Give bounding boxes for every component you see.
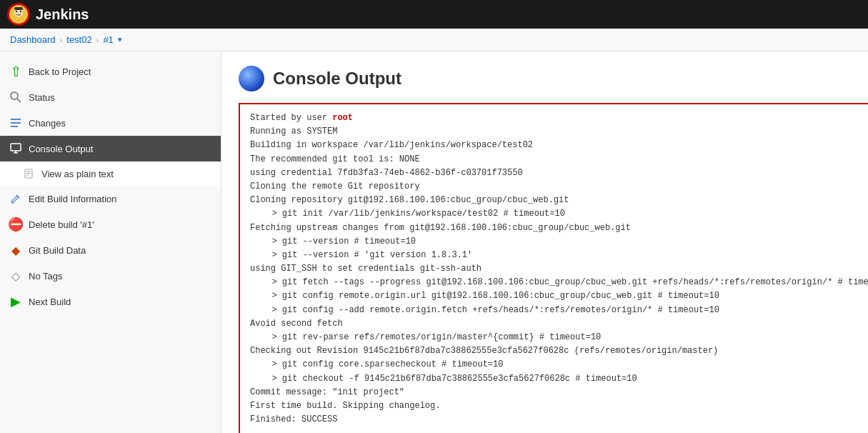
sidebar-label-next-build: Next Build [29, 297, 71, 307]
console-line: > git config core.sparsecheckout # timeo… [250, 358, 868, 372]
delete-icon: ⛔ [9, 217, 23, 232]
changes-icon [9, 116, 23, 130]
doc-icon [21, 166, 36, 181]
console-line: > git rev-parse refs/remotes/origin/mast… [250, 331, 868, 344]
sidebar-label-git-build-data: Git Build Data [29, 245, 86, 256]
page-title: Console Output [273, 69, 401, 89]
edit-icon [9, 191, 23, 206]
svg-line-6 [17, 99, 21, 102]
sidebar-label-edit-build: Edit Build Information [29, 194, 117, 204]
console-output-box: Started by user rootRunning as SYSTEMBui… [239, 103, 868, 433]
sidebar-item-next-build[interactable]: ▶ Next Build [0, 289, 221, 314]
console-highlight: root [332, 113, 353, 123]
app-title: Jenkins [36, 6, 89, 23]
console-line: > git --version # timeout=10 [250, 235, 868, 249]
breadcrumb: Dashboard › test02 › #1 ▾ [0, 29, 868, 51]
sidebar-label-no-tags: No Tags [29, 271, 62, 282]
console-line: > git init /var/lib/jenkins/workspace/te… [250, 207, 868, 221]
svg-rect-10 [11, 144, 21, 151]
sidebar-item-edit-build[interactable]: Edit Build Information [0, 186, 221, 211]
sidebar-label-status: Status [29, 92, 55, 103]
monitor-icon [9, 141, 23, 156]
svg-point-5 [11, 92, 18, 99]
search-icon [9, 90, 23, 104]
breadcrumb-sep-2: › [96, 36, 99, 44]
console-line: Running as SYSTEM [250, 125, 868, 139]
console-line: Cloning repository git@192.168.100.106:c… [250, 194, 868, 207]
jenkins-logo [7, 3, 30, 26]
console-line: First time build. Skipping changelog. [250, 399, 868, 413]
console-line: Commit message: "init project" [250, 386, 868, 399]
sidebar-item-console-output[interactable]: Console Output [0, 136, 221, 161]
console-line: Building in workspace /var/lib/jenkins/w… [250, 139, 868, 152]
page-title-section: Console Output [239, 66, 868, 91]
breadcrumb-dashboard[interactable]: Dashboard [10, 34, 56, 45]
console-line: > git --version # 'git version 1.8.3.1' [250, 249, 868, 262]
breadcrumb-sep-1: › [60, 36, 63, 44]
console-line: > git checkout -f 9145c21b6f87dba7c38862… [250, 372, 868, 386]
console-line: The recommended git tool is: NONE [250, 153, 868, 166]
sidebar-item-delete-build[interactable]: ⛔ Delete build '#1' [0, 211, 221, 237]
sidebar-item-git-build-data[interactable]: ◆ Git Build Data [0, 237, 221, 263]
console-line: using credential 7fdb3fa3-74eb-4862-b36f… [250, 166, 868, 180]
sidebar-label-delete-build: Delete build '#1' [29, 219, 94, 230]
main-layout: ⇧ Back to Project Status Changes Console… [0, 51, 868, 433]
console-line: > git config remote.origin.url git@192.1… [250, 289, 868, 303]
sidebar-item-no-tags[interactable]: ◇ No Tags [0, 263, 221, 289]
next-icon: ▶ [9, 294, 23, 309]
console-line: using GIT_SSH to set credentials git-ssh… [250, 262, 868, 276]
sidebar-label-view-plain-text: View as plain text [41, 169, 114, 179]
console-line: Started by user root [250, 111, 868, 125]
console-line: Finished: SUCCESS [250, 413, 868, 427]
header: Jenkins [0, 0, 868, 29]
breadcrumb-build[interactable]: #1 [103, 34, 113, 45]
svg-point-2 [16, 11, 17, 12]
console-line: > git config --add remote.origin.fetch +… [250, 304, 868, 317]
breadcrumb-test02[interactable]: test02 [66, 34, 91, 45]
svg-rect-7 [11, 119, 21, 120]
svg-rect-8 [11, 122, 21, 124]
sidebar-item-back-to-project[interactable]: ⇧ Back to Project [0, 59, 221, 84]
sidebar-label-changes: Changes [29, 118, 66, 129]
sidebar-item-view-plain-text[interactable]: View as plain text [0, 161, 221, 186]
svg-rect-9 [11, 126, 18, 127]
sidebar-item-status[interactable]: Status [0, 84, 221, 110]
console-line: > git fetch --tags --progress git@192.16… [250, 276, 868, 289]
up-arrow-icon: ⇧ [9, 64, 23, 79]
console-line: Checking out Revision 9145c21b6f87dba7c3… [250, 344, 868, 358]
svg-rect-4 [14, 7, 23, 10]
sidebar-label-back-to-project: Back to Project [29, 66, 91, 77]
console-line: Fetching upstream changes from git@192.1… [250, 222, 868, 235]
sidebar-item-changes[interactable]: Changes [0, 110, 221, 136]
console-line: Cloning the remote Git repository [250, 180, 868, 194]
sidebar: ⇧ Back to Project Status Changes Console… [0, 51, 221, 433]
console-output-icon [239, 66, 264, 91]
sidebar-label-console-output: Console Output [29, 144, 93, 154]
tag-icon: ◇ [9, 269, 23, 283]
main-content: Console Output Started by user rootRunni… [221, 51, 868, 433]
console-line: Avoid second fetch [250, 317, 868, 331]
breadcrumb-dropdown[interactable]: ▾ [118, 35, 122, 44]
svg-point-3 [20, 11, 21, 12]
git-icon: ◆ [9, 243, 23, 257]
